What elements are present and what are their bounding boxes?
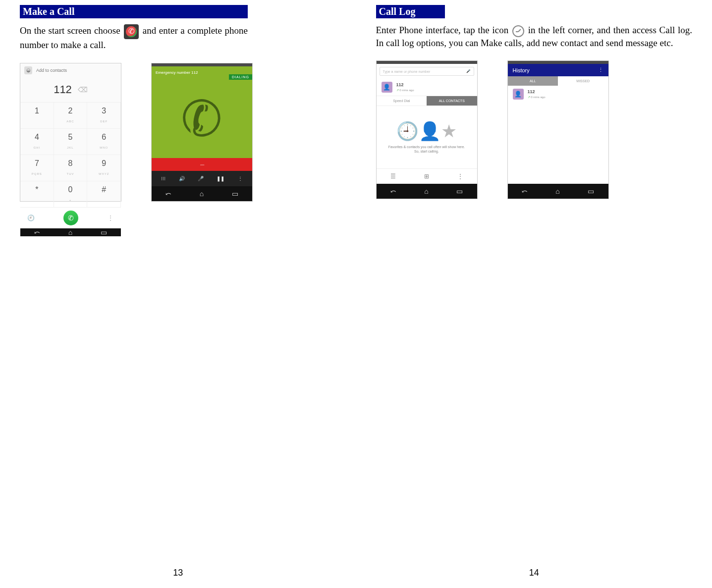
key-2[interactable]: 2ABC: [54, 103, 88, 129]
entry-time: ↗ 0 mins ago: [528, 96, 546, 99]
bottom-tab-menu-icon[interactable]: ⋮: [443, 169, 477, 184]
search-placeholder: Type a name or phone number: [383, 70, 431, 73]
phone-app-icon: [124, 24, 139, 39]
speaker-icon[interactable]: 🔊: [179, 176, 185, 181]
backspace-icon[interactable]: ⌫: [78, 86, 88, 94]
nav-bar: ⤺ ⌂ ▭: [152, 186, 252, 201]
empty-state: 🕘👤★ Favorites & contacts you call often …: [377, 106, 477, 168]
empty-state-icon: 🕘👤★: [396, 121, 457, 142]
key-star[interactable]: *: [20, 181, 54, 208]
recent-call-entry[interactable]: 👤 112 ↗ 0 mins ago: [377, 79, 477, 96]
page-right: Call Log Enter Phone interface, tap the …: [356, 0, 712, 588]
dialed-number-row: 112 ⌫: [20, 77, 121, 103]
section-header-call-log: Call Log: [376, 5, 445, 18]
nav-bar: ⤺ ⌂ ▭: [377, 184, 477, 199]
history-body: 👤 112 ↗ 0 mins ago: [508, 86, 608, 184]
history-header: History ⋮: [508, 64, 608, 76]
tab-all-contacts[interactable]: ALL CONTACTS: [427, 96, 477, 106]
dialpad-icon[interactable]: ⁝⁝⁝: [161, 176, 165, 181]
key-7[interactable]: 7PQRS: [20, 155, 54, 181]
history-icon[interactable]: 🕘: [27, 214, 35, 221]
overflow-menu-icon[interactable]: ⋮: [598, 67, 603, 73]
add-to-contacts-row[interactable]: ◒ Add to contacts: [20, 63, 121, 77]
tab-missed[interactable]: MISSED: [558, 76, 608, 86]
dialing-screenshot: Emergency number 112 DIALING ✆ ⏤ ⁝⁝⁝ 🔊 🎤…: [151, 63, 253, 202]
key-6[interactable]: 6MNO: [87, 129, 121, 155]
bottom-tab-dialpad-icon[interactable]: ⊞: [410, 169, 443, 184]
in-call-controls: ⁝⁝⁝ 🔊 🎤 ❚❚ ⋮: [152, 171, 252, 186]
page-left: Make a Call On the start screen choose a…: [0, 0, 356, 588]
history-tabs: ALL MISSED: [508, 76, 608, 86]
key-1[interactable]: 1: [20, 103, 54, 129]
recent-icon[interactable]: ▭: [456, 187, 463, 195]
entry-number: 112: [396, 82, 414, 87]
history-title: History: [513, 67, 530, 73]
dialer-bottom-row: 🕘 ✆ ⋮: [20, 208, 121, 228]
body-text-part1: On the start screen choose: [20, 25, 123, 36]
key-5[interactable]: 5JKL: [54, 129, 88, 155]
search-input[interactable]: Type a name or phone number 🎤: [380, 67, 474, 76]
entry-number: 112: [528, 89, 546, 94]
tab-all[interactable]: ALL: [508, 76, 558, 86]
contact-icon: ◒: [24, 66, 32, 74]
handset-icon: ✆: [146, 70, 259, 166]
call-button[interactable]: ✆: [63, 211, 78, 225]
home-icon[interactable]: ⌂: [200, 190, 204, 198]
back-icon[interactable]: ⤺: [165, 190, 171, 198]
key-4[interactable]: 4GHI: [20, 129, 54, 155]
screenshots-row-right: Type a name or phone number 🎤 👤 112 ↗ 0 …: [376, 60, 693, 199]
nav-bar: ⤺ ⌂ ▭: [508, 184, 608, 199]
recent-icon[interactable]: ▭: [588, 187, 594, 195]
recent-icon[interactable]: ▭: [101, 228, 107, 236]
back-icon[interactable]: ⤺: [390, 187, 396, 195]
add-to-contacts-label: Add to contacts: [36, 68, 67, 73]
contacts-screenshot: Type a name or phone number 🎤 👤 112 ↗ 0 …: [376, 60, 478, 199]
page-number-left: 13: [173, 568, 183, 578]
overflow-menu-icon[interactable]: ⋮: [107, 214, 114, 222]
nav-bar: ⤺ ⌂ ▭: [20, 228, 121, 236]
key-8[interactable]: 8TUV: [54, 155, 88, 181]
mute-icon[interactable]: 🎤: [198, 176, 204, 181]
back-icon[interactable]: ⤺: [522, 187, 528, 195]
empty-state-text: Favorites & contacts you call often will…: [386, 145, 467, 154]
avatar-icon: 👤: [513, 89, 524, 100]
make-a-call-body: On the start screen choose and enter a c…: [20, 24, 248, 51]
recent-icon[interactable]: ▭: [232, 190, 238, 198]
avatar-icon: 👤: [382, 82, 392, 93]
screenshots-row-left: ◒ Add to contacts 112 ⌫ 1 2ABC 3DEF 4GHI…: [20, 63, 336, 202]
body-text-part1: Enter Phone interface, tap the icon: [376, 25, 512, 35]
call-log-body: Enter Phone interface, tap the icon in t…: [376, 24, 693, 49]
page-number-right: 14: [529, 568, 539, 578]
dial-pad: 1 2ABC 3DEF 4GHI 5JKL 6MNO 7PQRS 8TUV 9W…: [20, 103, 121, 208]
hold-icon[interactable]: ❚❚: [217, 176, 224, 181]
bottom-tabs: ☰ ⊞ ⋮: [377, 168, 477, 184]
key-0[interactable]: 0+: [54, 181, 88, 208]
key-hash[interactable]: #: [87, 181, 121, 208]
home-icon[interactable]: ⌂: [68, 228, 72, 236]
contact-tabs: Speed Dial ALL CONTACTS: [377, 96, 477, 106]
clock-icon: [512, 25, 524, 37]
history-entry[interactable]: 👤 112 ↗ 0 mins ago: [508, 86, 608, 103]
bottom-tab-list-icon[interactable]: ☰: [377, 169, 410, 184]
dialer-screenshot: ◒ Add to contacts 112 ⌫ 1 2ABC 3DEF 4GHI…: [20, 63, 121, 202]
key-9[interactable]: 9WXYZ: [87, 155, 121, 181]
home-icon[interactable]: ⌂: [555, 187, 559, 195]
mic-icon[interactable]: 🎤: [466, 69, 471, 73]
entry-time: ↗ 0 mins ago: [396, 89, 414, 92]
overflow-menu-icon[interactable]: ⋮: [238, 176, 243, 181]
history-screenshot: History ⋮ ALL MISSED 👤 112 ↗ 0 mins ago …: [507, 60, 609, 199]
home-icon[interactable]: ⌂: [424, 187, 428, 195]
status-bar: [377, 61, 477, 64]
key-3[interactable]: 3DEF: [87, 103, 121, 129]
dialed-number: 112: [54, 83, 72, 96]
section-header-make-a-call: Make a Call: [20, 5, 248, 18]
tab-speed-dial[interactable]: Speed Dial: [377, 96, 427, 106]
back-icon[interactable]: ⤺: [34, 228, 40, 236]
